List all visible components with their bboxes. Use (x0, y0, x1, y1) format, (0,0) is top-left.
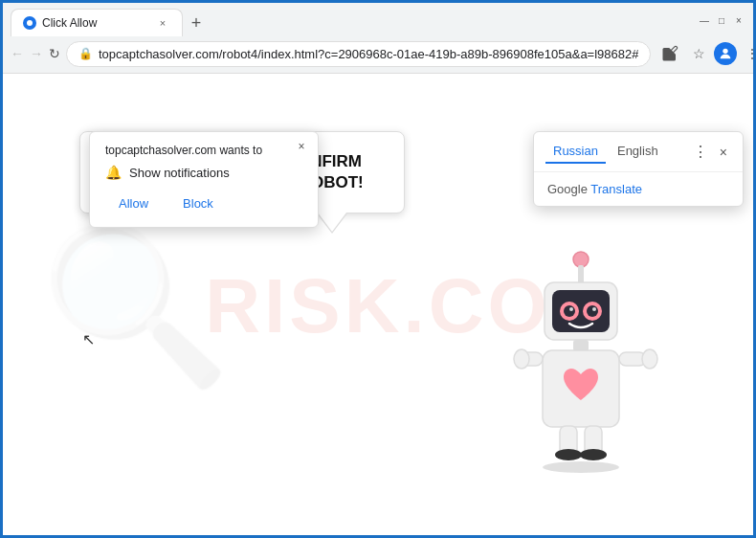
bell-icon: 🔔 (105, 165, 122, 180)
svg-point-1 (573, 252, 589, 267)
block-button[interactable]: Block (169, 191, 227, 215)
omnibox-row: ← → ↻ 🔒 topcaptchasolver.com/robot4/inde… (3, 36, 753, 73)
robot-illustration (485, 242, 696, 529)
omnibox[interactable]: 🔒 topcaptchasolver.com/robot4/index.html… (66, 41, 651, 67)
svg-rect-11 (573, 340, 589, 351)
close-button[interactable]: × (732, 14, 745, 28)
popup-buttons: Allow Block (105, 191, 302, 215)
window-controls: — □ × (698, 14, 745, 32)
tab-title: Click Allow (42, 16, 97, 30)
maximize-button[interactable]: □ (715, 14, 728, 28)
url-text: topcaptchasolver.com/robot4/index.html?c… (99, 47, 638, 61)
popup-site-label: topcaptchasolver.com wants to (105, 144, 302, 157)
svg-point-10 (592, 307, 596, 311)
menu-button[interactable]: ⋮ (739, 40, 756, 67)
profile-translate-button[interactable] (656, 40, 683, 67)
svg-point-8 (587, 305, 598, 317)
svg-point-19 (555, 449, 582, 460)
page-content: 🔍 RISK.CO CLICK «ALLOW» TO CONFIRM THAT … (3, 74, 753, 538)
new-tab-button[interactable]: + (183, 10, 210, 36)
svg-rect-2 (578, 265, 584, 284)
tab-area: Click Allow × + (11, 9, 694, 36)
notification-row: 🔔 Show notifications (105, 165, 302, 180)
lock-icon: 🔒 (78, 47, 93, 60)
translate-label[interactable]: Translate (590, 182, 642, 196)
forward-button[interactable]: → (30, 40, 43, 67)
title-bar: Click Allow × + — □ × (3, 3, 753, 36)
bookmark-button[interactable]: ☆ (685, 40, 712, 67)
svg-point-0 (723, 49, 728, 54)
translate-close-button[interactable]: × (716, 143, 731, 162)
translate-popup: Russian English ⋮ × Google Translate (533, 131, 744, 207)
reload-button[interactable]: ↻ (49, 40, 60, 67)
mouse-cursor: ↖ (82, 330, 95, 348)
svg-point-16 (514, 349, 529, 369)
browser-chrome: Click Allow × + — □ × ← → ↻ 🔒 topcaptcha… (3, 3, 753, 74)
translate-body: Google Translate (534, 172, 743, 206)
google-label: Google (547, 182, 588, 196)
active-tab[interactable]: Click Allow × (11, 9, 183, 36)
profile-icon[interactable] (714, 42, 737, 65)
svg-point-7 (564, 305, 575, 317)
svg-point-21 (543, 461, 619, 473)
omnibox-actions: ☆ ⋮ (656, 40, 756, 67)
tab-favicon (23, 16, 36, 30)
magnifier-watermark: 🔍 (40, 216, 232, 396)
tab-english[interactable]: English (610, 140, 666, 164)
tab-close-button[interactable]: × (155, 15, 170, 31)
notification-text: Show notifications (129, 166, 230, 180)
notification-popup: × topcaptchasolver.com wants to 🔔 Show n… (89, 131, 319, 228)
svg-point-9 (569, 307, 573, 311)
svg-point-20 (580, 449, 607, 460)
tab-russian[interactable]: Russian (545, 140, 606, 164)
back-button[interactable]: ← (11, 40, 24, 67)
popup-close-button[interactable]: × (293, 138, 310, 155)
translate-header: Russian English ⋮ × (534, 132, 743, 172)
minimize-button[interactable]: — (698, 14, 711, 28)
allow-button[interactable]: Allow (105, 191, 162, 215)
svg-point-15 (642, 349, 657, 369)
translate-menu-button[interactable]: ⋮ (689, 141, 712, 163)
